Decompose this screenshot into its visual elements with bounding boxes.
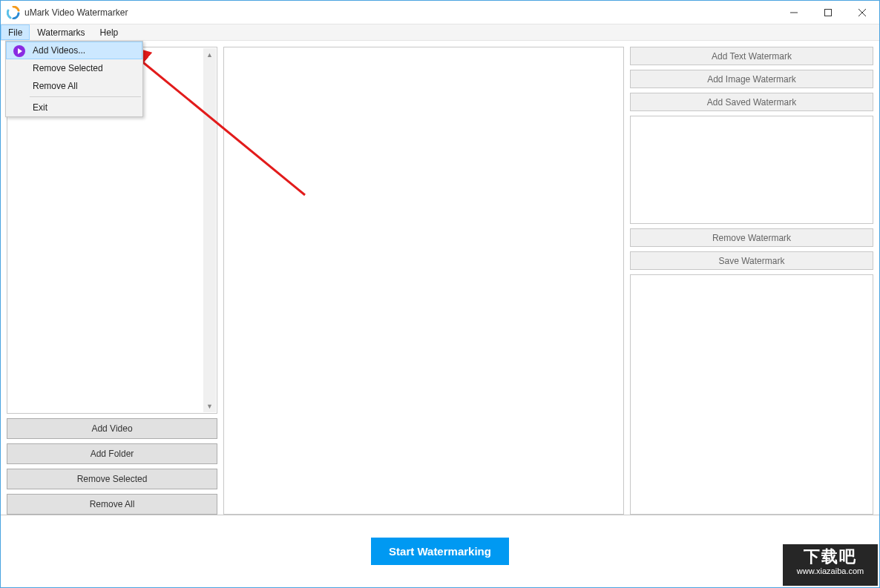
menubar: File Watermarks Help bbox=[1, 24, 879, 41]
watermark-list[interactable] bbox=[630, 116, 873, 224]
preview-pane bbox=[223, 47, 624, 515]
menu-separator bbox=[30, 96, 141, 97]
file-dropdown: Add Videos... Remove Selected Remove All… bbox=[5, 41, 143, 117]
menu-item-add-videos[interactable]: Add Videos... bbox=[6, 42, 142, 59]
menu-watermarks[interactable]: Watermarks bbox=[30, 24, 92, 40]
app-icon bbox=[7, 6, 20, 19]
menu-item-remove-selected[interactable]: Remove Selected bbox=[6, 59, 142, 77]
add-text-watermark-button[interactable]: Add Text Watermark bbox=[630, 47, 873, 65]
add-image-watermark-button[interactable]: Add Image Watermark bbox=[630, 70, 873, 88]
menu-item-exit[interactable]: Exit bbox=[6, 99, 142, 116]
add-video-button[interactable]: Add Video bbox=[7, 418, 217, 439]
start-watermarking-button[interactable]: Start Watermarking bbox=[371, 538, 509, 565]
save-watermark-button[interactable]: Save Watermark bbox=[630, 251, 873, 270]
menu-item-label: Remove All bbox=[33, 81, 78, 91]
menu-help[interactable]: Help bbox=[93, 24, 126, 40]
window-controls bbox=[777, 1, 879, 24]
menu-item-label: Remove Selected bbox=[33, 63, 103, 73]
menu-item-label: Add Videos... bbox=[33, 45, 85, 56]
titlebar: uMark Video Watermarker bbox=[1, 1, 879, 24]
app-title: uMark Video Watermarker bbox=[24, 7, 777, 18]
remove-watermark-button[interactable]: Remove Watermark bbox=[630, 228, 873, 247]
maximize-button[interactable] bbox=[811, 1, 845, 24]
minimize-button[interactable] bbox=[777, 1, 811, 24]
footer: Start Watermarking bbox=[1, 515, 879, 587]
menu-item-remove-all[interactable]: Remove All bbox=[6, 77, 142, 95]
remove-selected-button[interactable]: Remove Selected bbox=[7, 469, 217, 489]
site-watermark: 下载吧 www.xiazaiba.com bbox=[783, 544, 878, 586]
remove-all-button[interactable]: Remove All bbox=[7, 494, 217, 515]
play-icon bbox=[13, 44, 26, 58]
menu-file[interactable]: File bbox=[1, 24, 30, 40]
svg-rect-1 bbox=[825, 9, 832, 16]
right-pane: Add Text Watermark Add Image Watermark A… bbox=[630, 47, 873, 515]
menu-item-label: Exit bbox=[33, 102, 47, 113]
scrollbar[interactable]: ▲ ▼ bbox=[203, 48, 216, 412]
add-folder-button[interactable]: Add Folder bbox=[7, 443, 217, 464]
watermark-properties[interactable] bbox=[630, 274, 873, 515]
close-button[interactable] bbox=[845, 1, 879, 24]
scroll-up-icon[interactable]: ▲ bbox=[203, 48, 216, 61]
add-saved-watermark-button[interactable]: Add Saved Watermark bbox=[630, 93, 873, 111]
site-watermark-text: 下载吧 bbox=[783, 546, 878, 568]
scroll-down-icon[interactable]: ▼ bbox=[203, 400, 216, 412]
